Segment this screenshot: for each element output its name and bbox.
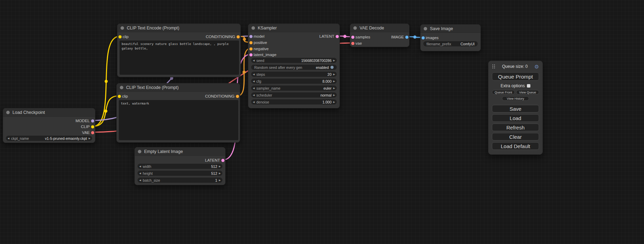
widget-seed[interactable]: ◀ seed 156680208700286 ▶	[251, 58, 337, 63]
queue-menu-panel[interactable]: Queue size: 0 ⚙ Queue Prompt Extra optio…	[488, 61, 543, 155]
input-slot-clip: clip	[117, 34, 129, 39]
prompt-textarea[interactable]: beautiful scenery nature glass bottle la…	[120, 40, 239, 75]
widget-sampler-name[interactable]: ◀ sampler_name euler ▶	[251, 85, 337, 91]
drag-handle-icon[interactable]	[492, 64, 495, 69]
widget-value: 8.000	[323, 79, 332, 83]
arrow-left-icon[interactable]: ◀	[6, 136, 11, 141]
widget-filename-prefix[interactable]: filename_prefix ComfyUI	[423, 41, 478, 46]
load-button[interactable]: Load	[492, 114, 539, 122]
arrow-left-icon[interactable]: ◀	[251, 72, 256, 77]
arrow-left-icon[interactable]: ◀	[138, 164, 143, 169]
output-dot-vae[interactable]	[91, 131, 94, 134]
arrow-left-icon[interactable]: ◀	[138, 178, 143, 183]
arrow-left-icon[interactable]: ◀	[251, 58, 256, 63]
input-dot-images[interactable]	[422, 36, 425, 39]
node-save-image[interactable]: Save Image images filename_prefix ComfyU…	[420, 24, 481, 51]
output-dot-latent[interactable]	[336, 35, 339, 38]
widget-batch-size[interactable]: ◀ batch_size 1 ▶	[138, 178, 222, 183]
widget-steps[interactable]: ◀ steps 20 ▶	[251, 72, 337, 77]
node-title-bar[interactable]: VAE Decode	[350, 24, 409, 32]
input-slot-model: model	[248, 34, 264, 39]
input-dot-samples[interactable]	[351, 36, 354, 39]
collapse-dot-icon[interactable]	[120, 86, 123, 89]
arrow-left-icon[interactable]: ◀	[251, 85, 256, 91]
arrow-right-icon[interactable]: ▶	[87, 136, 92, 141]
input-slot-images: images	[421, 35, 439, 40]
queue-prompt-button[interactable]: Queue Prompt	[492, 72, 539, 81]
link-dot-positive	[243, 38, 246, 41]
output-dot-image[interactable]	[405, 36, 408, 39]
node-vae-decode[interactable]: VAE Decode samples vae IMAGE	[350, 24, 409, 47]
node-clip-text-encode-negative[interactable]: CLIP Text Encode (Prompt) clip CONDITION…	[116, 83, 240, 143]
extra-options-checkbox[interactable]	[527, 84, 530, 88]
collapse-dot-icon[interactable]	[138, 150, 141, 153]
input-dot-model[interactable]	[249, 35, 253, 38]
widget-label: batch_size	[143, 178, 160, 182]
slot-label: LATENT	[319, 34, 334, 38]
output-dot-latent[interactable]	[221, 159, 224, 162]
node-clip-text-encode-positive[interactable]: CLIP Text Encode (Prompt) clip CONDITION…	[117, 24, 241, 77]
output-slot-vae: VAE	[82, 130, 95, 135]
output-dot-clip[interactable]	[91, 125, 94, 128]
collapse-dot-icon[interactable]	[6, 111, 10, 114]
widget-cfg[interactable]: ◀ cfg 8.000 ▶	[251, 79, 337, 84]
settings-gear-icon[interactable]: ⚙	[535, 64, 539, 69]
arrow-right-icon[interactable]: ▶	[332, 79, 337, 84]
refresh-button[interactable]: Refresh	[492, 124, 539, 131]
extra-options-label: Extra options	[501, 83, 525, 88]
widget-ckpt-name[interactable]: ◀ ckpt_name v1-5-pruned-emaonly.ckpt ▶	[6, 136, 92, 141]
load-default-button[interactable]: Load Default	[492, 142, 539, 150]
input-dot-clip[interactable]	[118, 35, 122, 38]
input-dot-clip[interactable]	[118, 95, 121, 98]
output-dot-conditioning[interactable]	[236, 95, 239, 98]
node-ksampler[interactable]: KSampler model positive negative latent_…	[248, 24, 340, 108]
node-title-bar[interactable]: CLIP Text Encode (Prompt)	[117, 83, 240, 92]
view-queue-button[interactable]: View Queue	[516, 90, 539, 94]
arrow-left-icon[interactable]: ◀	[251, 79, 256, 84]
widget-height[interactable]: ◀ height 512 ▶	[138, 171, 222, 176]
arrow-right-icon[interactable]: ▶	[332, 72, 337, 77]
node-title-bar[interactable]: Load Checkpoint	[3, 108, 95, 117]
collapse-dot-icon[interactable]	[252, 26, 255, 30]
arrow-left-icon[interactable]: ◀	[138, 171, 143, 176]
collapse-dot-icon[interactable]	[353, 26, 357, 30]
input-dot-negative[interactable]	[249, 47, 253, 51]
arrow-left-icon[interactable]: ◀	[251, 92, 256, 98]
arrow-right-icon[interactable]: ▶	[332, 58, 337, 63]
widget-value: normal	[320, 93, 332, 97]
node-title-bar[interactable]: CLIP Text Encode (Prompt)	[117, 24, 240, 32]
node-title-bar[interactable]: KSampler	[248, 24, 339, 32]
node-empty-latent-image[interactable]: Empty Latent Image LATENT ◀ width 512 ▶ …	[134, 147, 226, 185]
arrow-right-icon[interactable]: ▶	[332, 85, 337, 91]
output-dot-model[interactable]	[91, 119, 94, 123]
arrow-right-icon[interactable]: ▶	[217, 164, 222, 169]
arrow-left-icon[interactable]: ◀	[251, 99, 256, 105]
widget-scheduler[interactable]: ◀ scheduler normal ▶	[251, 92, 337, 98]
input-dot-vae[interactable]	[351, 42, 354, 45]
view-history-button[interactable]: View History	[502, 96, 529, 101]
arrow-right-icon[interactable]: ▶	[217, 171, 222, 176]
toggle-indicator-icon[interactable]	[330, 66, 334, 69]
node-title-bar[interactable]: Empty Latent Image	[135, 147, 225, 156]
arrow-right-icon[interactable]: ▶	[332, 99, 337, 105]
widget-value: 512	[211, 171, 217, 175]
save-button[interactable]: Save	[492, 105, 539, 112]
collapse-dot-icon[interactable]	[121, 26, 124, 30]
input-dot-latent-image[interactable]	[249, 53, 253, 56]
queue-front-button[interactable]: Queue Front	[492, 90, 515, 94]
output-dot-conditioning[interactable]	[237, 35, 240, 38]
clear-button[interactable]: Clear	[492, 133, 539, 141]
collapse-dot-icon[interactable]	[424, 27, 427, 30]
slot-label: images	[426, 36, 439, 40]
input-dot-positive[interactable]	[249, 41, 253, 44]
widget-width[interactable]: ◀ width 512 ▶	[138, 164, 222, 169]
node-load-checkpoint[interactable]: Load Checkpoint MODEL CLIP VAE ◀ ckpt_na…	[3, 108, 95, 143]
graph-canvas[interactable]: Load Checkpoint MODEL CLIP VAE ◀ ckpt_na…	[0, 0, 644, 244]
arrow-right-icon[interactable]: ▶	[217, 178, 222, 183]
node-title-bar[interactable]: Save Image	[421, 25, 480, 33]
widget-random-seed-toggle[interactable]: Random seed after every gen enabled	[251, 65, 337, 70]
node-title: Save Image	[430, 26, 453, 31]
widget-denoise[interactable]: ◀ denoise 1.000 ▶	[251, 99, 337, 105]
arrow-right-icon[interactable]: ▶	[332, 92, 337, 98]
prompt-textarea[interactable]: text, watermark	[119, 100, 238, 140]
